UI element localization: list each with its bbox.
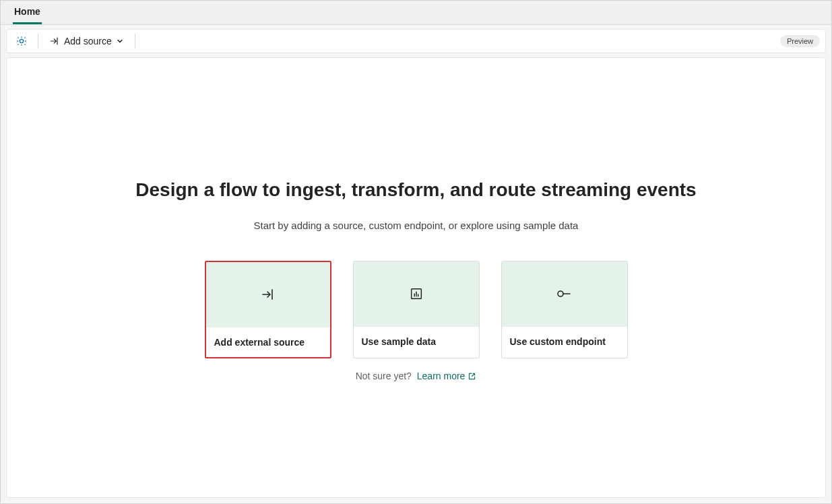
toolbar: Add source Preview (6, 29, 826, 53)
add-source-label: Add source (64, 36, 112, 46)
empty-state: Design a flow to ingest, transform, and … (79, 179, 753, 381)
card-label: Use sample data (354, 326, 479, 356)
arrow-into-icon (260, 286, 276, 303)
card-use-custom-endpoint[interactable]: Use custom endpoint (501, 261, 628, 358)
card-icon-area (502, 261, 627, 326)
tab-strip: Home (1, 1, 831, 25)
card-icon-area (206, 262, 330, 327)
toolbar-separator (38, 34, 38, 49)
tab-home[interactable]: Home (13, 1, 42, 24)
arrow-into-icon (49, 36, 60, 46)
toolbar-container: Add source Preview (1, 25, 831, 57)
canvas: Design a flow to ingest, transform, and … (6, 57, 826, 498)
learn-more-link[interactable]: Learn more (417, 371, 477, 381)
chevron-down-icon (116, 37, 124, 45)
gear-icon (15, 35, 28, 47)
external-link-icon (468, 372, 476, 381)
card-label: Use custom endpoint (502, 326, 627, 356)
add-source-button[interactable]: Add source (45, 33, 128, 49)
svg-point-0 (20, 39, 23, 42)
svg-point-2 (558, 291, 563, 296)
card-use-sample-data[interactable]: Use sample data (353, 261, 480, 358)
page-title: Design a flow to ingest, transform, and … (79, 179, 753, 201)
card-icon-area (354, 261, 479, 326)
endpoint-icon (556, 286, 573, 301)
page-subtitle: Start by adding a source, custom endpoin… (79, 220, 753, 231)
canvas-container: Design a flow to ingest, transform, and … (1, 57, 831, 503)
app-frame: Home (0, 0, 832, 504)
settings-button[interactable] (12, 32, 31, 51)
preview-badge: Preview (780, 35, 820, 47)
card-row: Add external source (79, 261, 753, 358)
bar-chart-icon (409, 286, 424, 301)
toolbar-separator (135, 34, 135, 49)
not-sure-text: Not sure yet? (356, 371, 412, 381)
learn-more-label: Learn more (417, 371, 466, 381)
card-label: Add external source (206, 327, 330, 357)
card-add-external-source[interactable]: Add external source (205, 261, 331, 358)
learn-more-row: Not sure yet? Learn more (79, 371, 753, 381)
